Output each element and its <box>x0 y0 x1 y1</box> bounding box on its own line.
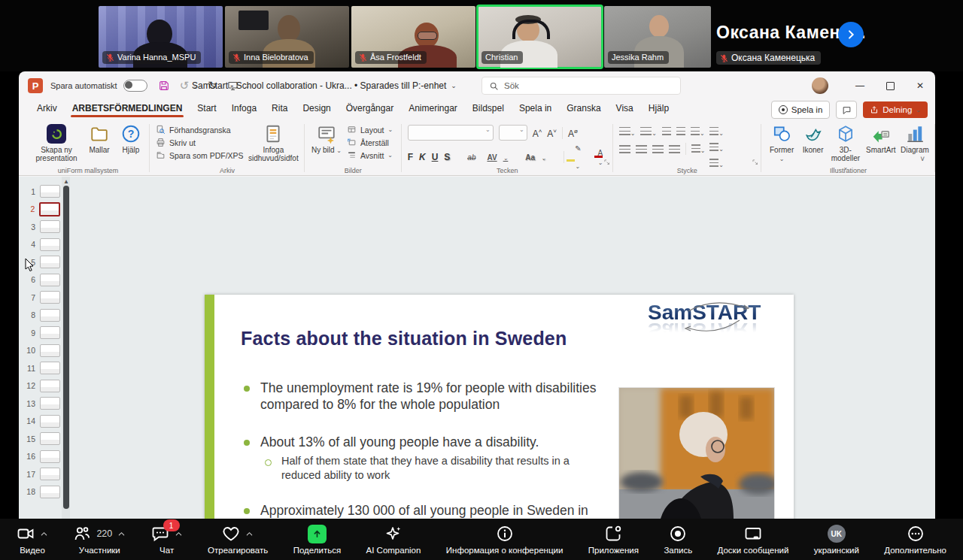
autosave-toggle[interactable] <box>123 80 147 92</box>
section-button[interactable]: Avsnitt⌄ <box>347 150 393 160</box>
video-tile-asa[interactable]: Åsa Frostfeldt <box>351 6 475 68</box>
ribbon-tab[interactable]: Spela in <box>512 100 559 118</box>
character-spacing-button[interactable]: AV⌄ <box>487 153 514 162</box>
save-icon[interactable] <box>158 80 170 92</box>
chevron-up-icon[interactable] <box>117 530 126 538</box>
text-direction-button[interactable]: ⌄ <box>709 125 724 138</box>
toolbar-more-button[interactable]: Дополнительно <box>884 524 946 555</box>
toolbar-record-button[interactable]: Запись <box>664 524 692 555</box>
slide-thumbnail[interactable] <box>40 238 60 251</box>
columns-button[interactable]: ⌄ <box>691 142 706 156</box>
comments-button[interactable] <box>836 101 857 119</box>
change-case-button[interactable]: Aa⌄ <box>525 153 552 162</box>
slide-thumbnail[interactable] <box>40 309 60 322</box>
print-button[interactable]: Skriv ut <box>156 138 244 147</box>
video-tile-inna[interactable]: Inna Bielobratova <box>225 6 349 68</box>
slide-thumbnail-item[interactable]: 11 <box>19 359 60 377</box>
restore-button[interactable] <box>875 71 905 100</box>
slide-canvas[interactable]: SamSTART SamSTART Facts about the situat… <box>205 295 794 519</box>
font-style-button[interactable]: F <box>408 152 413 162</box>
slide-thumbnail-item[interactable]: 18 <box>19 483 60 501</box>
strikethrough-button[interactable]: ab <box>467 153 475 162</box>
sharing-button[interactable]: Delning ⌄ <box>863 101 928 118</box>
highlight-button[interactable]: ✎⌄ <box>575 144 586 170</box>
align-center-button[interactable] <box>636 145 647 153</box>
new-slide-button[interactable]: Ny bild ⌄ <box>311 123 342 155</box>
slide-thumbnail[interactable] <box>40 326 60 339</box>
header-footer-button[interactable]: Infoga sidhuvud/sidfot <box>248 123 299 162</box>
save-pdf-button[interactable]: Spara som PDF/XPS <box>156 150 244 160</box>
font-style-button[interactable]: U <box>432 152 439 162</box>
align-right-button[interactable] <box>652 145 664 153</box>
close-button[interactable]: ✕ <box>905 71 935 100</box>
slide-thumbnail[interactable] <box>40 486 60 498</box>
video-tile-varina[interactable]: Varina Hanna_MSPU <box>99 6 223 68</box>
collapse-ribbon-chevron[interactable]: ˅ <box>920 155 925 163</box>
slide-thumbnail[interactable] <box>40 415 60 428</box>
reset-button[interactable]: Återställ <box>347 138 393 147</box>
scroll-up-arrow[interactable]: ▲ <box>63 178 69 185</box>
slide-thumbnail-item[interactable]: 4 <box>19 236 60 254</box>
clear-formatting-button[interactable]: A⌀ <box>568 126 578 139</box>
slide-thumbnail-item[interactable]: 1 <box>19 183 60 201</box>
toolbar-react-button[interactable]: Отреагировать <box>208 524 268 555</box>
slide-thumbnail-item[interactable]: 10 <box>19 342 60 360</box>
chevron-up-icon[interactable] <box>40 530 48 538</box>
chart-button[interactable]: Diagram <box>901 123 929 154</box>
grow-font-button[interactable]: A˄ <box>533 126 542 139</box>
slide-thumbnail[interactable] <box>40 450 60 463</box>
ribbon-tab[interactable]: Visa <box>609 100 641 118</box>
slide-thumbnail[interactable] <box>40 432 60 445</box>
layout-button[interactable]: Layout⌄ <box>347 125 393 135</box>
slide-thumbnail-item[interactable]: 16 <box>19 448 60 466</box>
toolbar-participants-button[interactable]: 220 Участники <box>73 524 126 555</box>
align-left-button[interactable] <box>619 145 630 153</box>
slide-thumbnail-panel[interactable]: 1 2 3 4 5 <box>19 183 60 501</box>
slide-thumbnail-item[interactable]: 9 <box>19 324 60 342</box>
slide-thumbnail-item[interactable]: 3 <box>19 218 60 236</box>
toolbar-apps-button[interactable]: Приложения <box>588 524 639 555</box>
slide-thumbnail[interactable] <box>40 291 60 304</box>
print-preview-button[interactable]: Förhandsgranska <box>156 125 244 135</box>
toolbar-whiteboards-button[interactable]: Доски сообщений <box>718 524 789 555</box>
ribbon-tab[interactable]: Start <box>190 100 223 118</box>
decrease-indent-button[interactable] <box>662 125 671 138</box>
templates-button[interactable]: Mallar <box>85 123 114 154</box>
chevron-up-icon[interactable] <box>245 530 254 538</box>
align-text-button[interactable]: ⌄ <box>709 141 724 154</box>
slide-thumbnail[interactable] <box>39 202 60 216</box>
record-button[interactable]: Spela in <box>771 101 831 119</box>
slide-thumbnail[interactable] <box>40 468 60 480</box>
slide-thumbnail-item[interactable]: 7 <box>19 289 60 307</box>
ribbon-tab[interactable]: Rita <box>264 100 295 118</box>
shapes-button[interactable]: Former ⌄ <box>767 123 796 163</box>
search-box[interactable]: Sök <box>482 77 681 95</box>
ribbon-tab[interactable]: Arkiv <box>29 100 65 118</box>
slide-thumbnail-item[interactable]: 6 <box>19 271 60 289</box>
toolbar-share-screen-button[interactable]: Поделиться <box>293 524 342 555</box>
slide-thumbnail-item[interactable]: 13 <box>19 395 60 413</box>
slide-thumbnail[interactable] <box>40 274 60 286</box>
numbering-button[interactable]: ⌄ <box>640 125 657 138</box>
slide-thumbnail-item[interactable]: 14 <box>19 413 60 431</box>
shrink-font-button[interactable]: A˅ <box>547 126 557 139</box>
slide-thumbnail[interactable] <box>40 362 60 374</box>
slide-thumbnail-item[interactable]: 8 <box>19 307 60 325</box>
ribbon-tab[interactable]: ARBETSFÖRMEDLINGEN <box>65 100 190 118</box>
toolbar-chat-button[interactable]: 1 Чат <box>151 524 183 555</box>
font-style-button[interactable]: S <box>444 152 450 162</box>
slide-thumbnail-item[interactable]: 15 <box>19 430 60 448</box>
slide-thumbnail-item[interactable]: 12 <box>19 377 60 395</box>
font-size-combo[interactable] <box>499 125 527 141</box>
dialog-launcher-icon[interactable] <box>603 159 610 165</box>
powerpoint-app-icon[interactable]: P <box>28 78 43 93</box>
minimize-button[interactable]: — <box>845 71 875 100</box>
create-presentation-button[interactable]: Skapa ny presentation <box>32 123 81 162</box>
panel-scrollbar[interactable]: ▲ <box>62 177 70 519</box>
scrollbar-thumb[interactable] <box>63 186 69 509</box>
toolbar-video-button[interactable]: Видео <box>17 524 48 555</box>
slide-thumbnail[interactable] <box>40 185 60 198</box>
toolbar-meeting-info-button[interactable]: Информация о конференции <box>446 524 564 555</box>
ribbon-tab[interactable]: Hjälp <box>641 100 676 118</box>
slide-thumbnail[interactable] <box>40 397 60 410</box>
